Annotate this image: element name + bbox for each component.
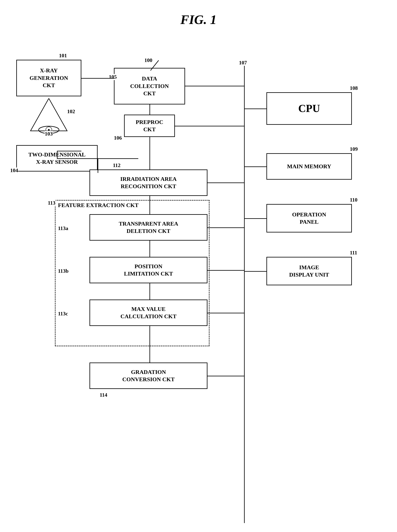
label-107: 107	[239, 60, 247, 66]
svg-line-4	[150, 60, 159, 71]
image-display-box: IMAGE DISPLAY UNIT	[267, 257, 352, 285]
gradation-box: GRADATION CONVERSION CKT	[89, 363, 207, 389]
label-110: 110	[350, 197, 358, 203]
label-103: 103	[45, 131, 53, 137]
line-irradiation-to-bus	[207, 182, 245, 183]
arrow-100	[144, 59, 165, 72]
label-111: 111	[350, 250, 357, 256]
label-113c: 113c	[58, 311, 68, 317]
label-104: 104	[10, 167, 18, 174]
max-value-box: MAX VALUE CALCULATION CKT	[89, 300, 207, 326]
xray-cone-icon	[26, 98, 71, 135]
label-101: 101	[59, 53, 67, 59]
page-title: FIG. 1	[0, 0, 397, 27]
line-bus-to-imgdisplay	[244, 271, 267, 272]
line-sensor-down	[98, 158, 98, 173]
label-113a: 113a	[58, 225, 68, 231]
label-105: 105	[109, 74, 117, 80]
line-sensor-up	[57, 151, 58, 158]
operation-panel-box: OPERATION PANEL	[267, 204, 352, 232]
label-106: 106	[114, 135, 122, 141]
label-109: 109	[350, 146, 358, 152]
line-maxvalue-to-gradation	[149, 326, 150, 363]
transparent-box: TRANSPARENT AREA DELETION CKT	[89, 214, 207, 241]
line-transparent-to-position	[149, 241, 150, 257]
line-preproc-to-irradiation	[149, 137, 150, 170]
main-memory-box: MAIN MEMORY	[267, 153, 352, 180]
diagram-container: X-RAY GENERATION CKT 101 102 103 TWO-DIM…	[0, 35, 397, 532]
main-bus-line	[244, 60, 245, 523]
label-102: 102	[67, 109, 75, 115]
line-gradation-to-bus	[207, 376, 245, 376]
data-collection-box: DATA COLLECTION CKT	[114, 68, 185, 104]
line-datacollect-to-bus	[185, 86, 245, 86]
line-preproc-to-bus	[175, 126, 245, 126]
cpu-box: CPU	[267, 92, 352, 125]
label-108: 108	[350, 85, 358, 91]
line-maxvalue-to-bus	[207, 313, 245, 313]
line-transparent-to-bus	[207, 227, 245, 228]
preproc-box: PREPROC CKT	[124, 115, 175, 137]
label-113: 113	[48, 200, 56, 206]
label-114: 114	[100, 392, 107, 398]
line-position-to-bus	[207, 270, 245, 271]
line-position-to-maxvalue	[149, 283, 150, 300]
label-113b: 113b	[58, 268, 68, 274]
line-sensor-h	[57, 158, 98, 159]
line-bus-to-cpu	[244, 109, 267, 109]
svg-point-3	[48, 129, 50, 131]
line-sensor-to-irradiation	[98, 158, 138, 159]
label-112: 112	[113, 162, 121, 169]
line-bus-to-memory	[244, 166, 267, 167]
line-bus-to-opanel	[244, 218, 267, 219]
irradiation-box: IRRADIATION AREA RECOGNITION CKT	[89, 169, 207, 196]
line-datacollect-to-preproc	[149, 104, 150, 115]
line-xraygen-to-datacollect	[81, 78, 114, 79]
label-feature-ext: FEATURE EXTRACTION CKT	[58, 202, 138, 208]
line-irradiation-to-transparent	[149, 196, 150, 215]
xray-generation-box: X-RAY GENERATION CKT	[16, 60, 81, 96]
line-sensor-from	[57, 151, 81, 151]
position-lim-box: POSITION LIMITATION CKT	[89, 257, 207, 283]
